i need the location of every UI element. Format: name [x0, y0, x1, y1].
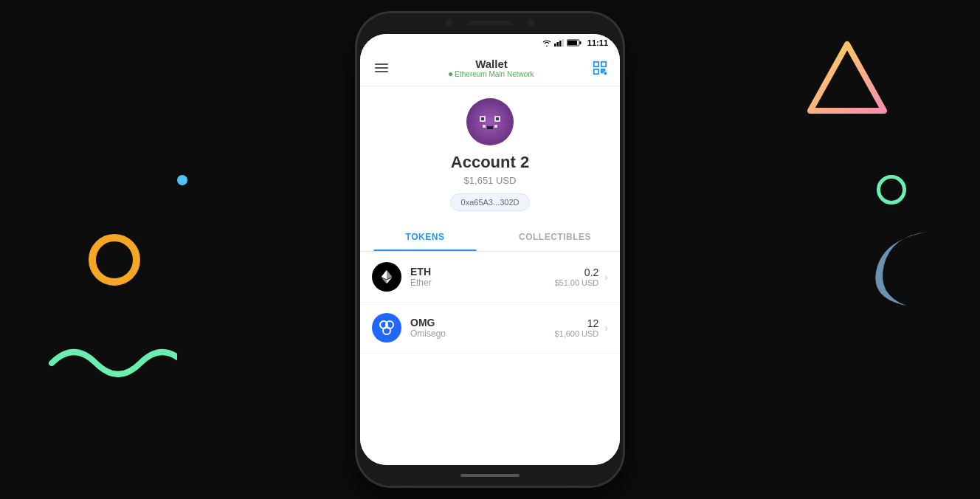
tab-collectibles[interactable]: COLLECTIBLES	[490, 223, 620, 251]
token-item-omg[interactable]: OMG Omisego 12 $1,600 USD ›	[360, 303, 620, 354]
phone-device: 11:11 Wallet Ethereum Main Network	[357, 13, 623, 486]
svg-rect-19	[496, 117, 499, 120]
token-list: ETH Ether 0.2 $51.00 USD ›	[360, 252, 620, 465]
status-icons	[542, 39, 582, 47]
omg-chevron-icon: ›	[604, 322, 608, 334]
header-center: Wallet Ethereum Main Network	[449, 58, 534, 78]
phone-camera-area	[446, 19, 534, 27]
svg-rect-23	[477, 120, 480, 125]
front-camera	[446, 19, 453, 27]
svg-marker-0	[810, 44, 884, 111]
eth-value: 0.2	[554, 266, 598, 278]
header-network: Ethereum Main Network	[449, 70, 534, 78]
svg-rect-13	[604, 69, 605, 71]
eth-icon	[372, 262, 401, 292]
account-balance: $1,651 USD	[464, 175, 517, 186]
network-status-dot	[449, 72, 452, 76]
svg-rect-6	[579, 41, 581, 44]
account-avatar[interactable]	[466, 98, 514, 145]
svg-rect-9	[601, 62, 606, 66]
menu-button[interactable]	[372, 61, 391, 75]
app-header: Wallet Ethereum Main Network	[360, 52, 620, 86]
token-item-eth[interactable]: ETH Ether 0.2 $51.00 USD ›	[360, 252, 620, 303]
omg-icon	[372, 313, 401, 343]
home-indicator	[460, 474, 520, 477]
hamburger-line-3	[375, 71, 388, 72]
phone-screen: 11:11 Wallet Ethereum Main Network	[360, 34, 620, 465]
green-wave-decoration	[44, 334, 177, 396]
hamburger-line-2	[375, 67, 388, 69]
svg-rect-14	[601, 72, 603, 73]
triangle-decoration	[803, 37, 877, 111]
svg-rect-7	[567, 41, 577, 45]
sensor	[527, 19, 534, 27]
omg-symbol: OMG	[410, 317, 554, 328]
green-circle-decoration	[877, 175, 906, 204]
hamburger-line-1	[375, 63, 388, 65]
eth-chevron-icon: ›	[604, 271, 608, 283]
omg-amount-section: 12 $1,600 USD	[554, 317, 598, 338]
eth-amount-section: 0.2 $51.00 USD	[554, 266, 598, 287]
account-address[interactable]: 0xa65A3...302D	[450, 193, 531, 211]
svg-rect-10	[594, 69, 598, 74]
svg-rect-18	[481, 117, 484, 120]
status-time: 11:11	[587, 38, 608, 47]
svg-rect-1	[554, 44, 556, 47]
phone-top-bar	[357, 13, 623, 34]
status-bar: 11:11	[360, 34, 620, 52]
omg-value: 12	[554, 317, 598, 329]
blue-crescent-decoration	[862, 224, 936, 283]
wifi-icon	[542, 39, 552, 47]
svg-rect-4	[562, 39, 564, 47]
omg-usd: $1,600 USD	[554, 329, 598, 338]
svg-rect-12	[604, 72, 606, 74]
omg-name: Omisego	[410, 328, 554, 339]
omg-info: OMG Omisego	[410, 317, 554, 339]
qr-scan-button[interactable]	[592, 60, 608, 76]
svg-rect-20	[483, 125, 486, 128]
svg-rect-8	[594, 62, 598, 66]
phone-bottom-bar	[357, 465, 623, 486]
tab-tokens[interactable]: TOKENS	[360, 223, 490, 251]
svg-rect-22	[494, 125, 497, 128]
eth-symbol: ETH	[410, 266, 554, 278]
account-section: Account 2 $1,651 USD 0xa65A3...302D	[360, 86, 620, 223]
svg-rect-2	[556, 42, 559, 47]
eth-usd: $51.00 USD	[554, 278, 598, 287]
yellow-circle-decoration	[89, 234, 140, 286]
network-name: Ethereum Main Network	[455, 70, 534, 78]
earpiece-speaker	[468, 21, 512, 25]
phone-mockup: 11:11 Wallet Ethereum Main Network	[357, 13, 623, 486]
svg-rect-24	[500, 120, 503, 125]
eth-name: Ether	[410, 278, 554, 288]
blue-dot-decoration	[177, 175, 187, 185]
signal-icon	[554, 39, 565, 47]
tabs-container: TOKENS COLLECTIBLES	[360, 223, 620, 252]
account-name: Account 2	[451, 153, 529, 172]
svg-rect-21	[487, 126, 493, 129]
svg-point-31	[383, 327, 390, 334]
eth-info: ETH Ether	[410, 266, 554, 288]
battery-icon	[567, 39, 582, 47]
svg-point-15	[466, 98, 514, 145]
header-title: Wallet	[449, 58, 534, 70]
svg-rect-3	[559, 41, 562, 47]
